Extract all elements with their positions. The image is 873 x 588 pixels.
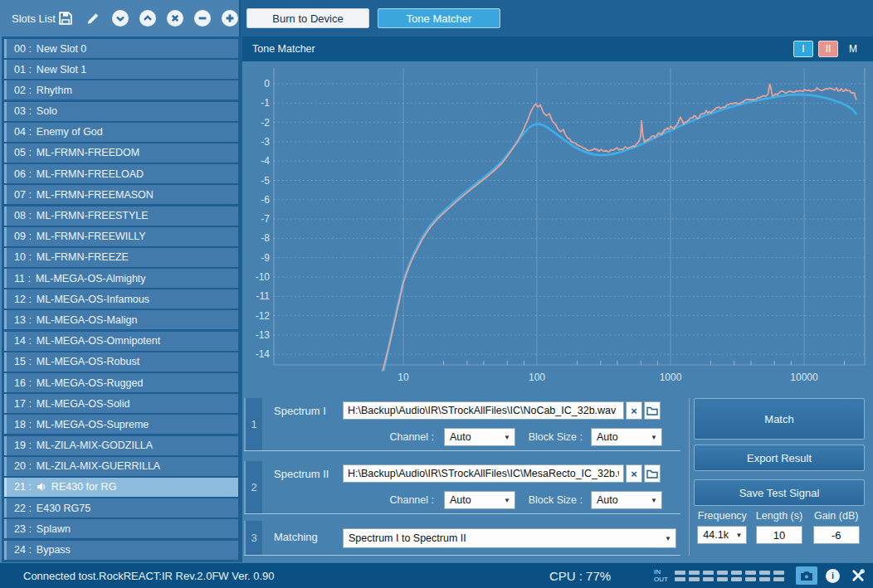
- info-button[interactable]: i: [826, 569, 840, 583]
- slot-item-13[interactable]: 13 :ML-MEGA-OS-Malign: [4, 310, 238, 329]
- matching-mode-select[interactable]: Spectrum I to Spectrum II ▼: [343, 528, 676, 548]
- slot-item-22[interactable]: 22 :E430 RG75: [4, 498, 238, 518]
- svg-text:100: 100: [529, 372, 545, 383]
- slot-number: 21 :: [14, 478, 32, 496]
- matcher-controls: 1 Spectrum I × Channel : Auto ▼ Bl: [242, 393, 873, 562]
- slot-name: Rhythm: [37, 81, 72, 100]
- slot-item-12[interactable]: 12 :ML-MEGA-OS-Infamous: [4, 289, 238, 309]
- move-slot-up-button[interactable]: [138, 8, 158, 28]
- slot-item-18[interactable]: 18 :ML-MEGA-OS-Supreme: [4, 415, 238, 434]
- slot-item-02[interactable]: 02 :Rhythm: [4, 80, 238, 100]
- slot-number: 20 :: [14, 457, 32, 475]
- chevron-down-icon: ▼: [731, 532, 746, 539]
- meter-segment: [745, 571, 756, 575]
- spectrum-1-channel-value: Auto: [445, 431, 500, 443]
- edit-slot-button[interactable]: [83, 8, 103, 28]
- slot-name: ML-ZILA-MIX-GODZILLA: [37, 436, 153, 454]
- slot-item-19[interactable]: 19 :ML-ZILA-MIX-GODZILLA: [4, 436, 238, 455]
- slot-item-03[interactable]: 03 :Solo: [4, 102, 238, 121]
- slot-item-24[interactable]: 24 :Bypass: [4, 541, 238, 560]
- gain-label: Gain (dB): [807, 510, 865, 522]
- move-slot-down-button[interactable]: [110, 8, 130, 28]
- spectrum-2-clear-button[interactable]: ×: [626, 464, 642, 483]
- slot-item-20[interactable]: 20 :ML-ZILA-MIX-GUERRILLA: [4, 457, 238, 476]
- tools-icon: [851, 568, 866, 583]
- firmware-version: FW Ver. 0.90: [212, 570, 274, 582]
- slot-item-09[interactable]: 09 :ML-FRMN-FREEWILLY: [4, 227, 238, 246]
- slot-name: ML-FRMN-FREEWILLY: [37, 227, 146, 245]
- slot-name: E430 RG75: [37, 499, 90, 518]
- match-button[interactable]: Match: [694, 398, 865, 440]
- slots-list-title: Slots List: [12, 12, 56, 25]
- show-spectrum-1-button[interactable]: I: [793, 41, 813, 57]
- slot-item-10[interactable]: 10 :ML-FRMN-FREEZE: [4, 248, 238, 267]
- settings-button[interactable]: [850, 567, 866, 584]
- slot-name: Bypass: [37, 541, 71, 559]
- remove-slot-button[interactable]: [193, 8, 212, 28]
- slot-item-16[interactable]: 16 :ML-MEGA-OS-Rugged: [4, 373, 238, 392]
- spectrum-1-path-input[interactable]: [343, 401, 624, 420]
- show-match-button[interactable]: M: [843, 41, 863, 57]
- slot-item-15[interactable]: 15 :ML-MEGA-OS-Robust: [4, 352, 238, 372]
- add-slot-button[interactable]: [220, 8, 240, 28]
- status-right: CPU : 77% IN OUT i: [549, 566, 866, 585]
- gain-input[interactable]: [813, 526, 860, 544]
- spectrum-1-channel-label: Channel :: [351, 428, 434, 446]
- save-slots-button[interactable]: [56, 8, 76, 28]
- spectrum-visibility-buttons: I II M: [793, 41, 863, 57]
- spectrum-1-row: 1 Spectrum I × Channel : Auto ▼ Bl: [244, 398, 680, 451]
- tone-matcher-button[interactable]: Tone Matcher: [378, 8, 500, 28]
- meter-segment: [689, 577, 700, 581]
- slot-item-21[interactable]: 21 :RE430 for RG: [4, 478, 238, 497]
- slot-item-07[interactable]: 07 :ML-FRMN-FREEMASON: [4, 185, 238, 204]
- slot-item-11[interactable]: 11 :ML-MEGA-OS-Almighty: [4, 269, 238, 288]
- io-labels: IN OUT: [654, 568, 668, 583]
- frequency-select[interactable]: 44.1k ▼: [697, 526, 747, 544]
- speaker-icon: [37, 482, 46, 492]
- matching-row: 3 Matching Spectrum I to Spectrum II ▼: [244, 521, 680, 556]
- slot-number: 07 :: [14, 186, 32, 204]
- spectrum-2-blocksize-select[interactable]: Auto ▼: [591, 491, 662, 509]
- meter-segment: [759, 577, 770, 581]
- slots-list-header: Slots List: [0, 0, 241, 36]
- slot-number: 24 :: [14, 541, 32, 559]
- connection-status: Connected to st.Rock REACT:IR Rev.2.0 FW…: [23, 570, 275, 582]
- save-test-signal-button[interactable]: Save Test Signal: [694, 479, 865, 506]
- slot-item-06[interactable]: 06 :ML-FRMN-FREELOAD: [4, 164, 238, 183]
- meter-segment: [731, 577, 742, 581]
- slot-item-01[interactable]: 01 :New Slot 1: [4, 60, 238, 79]
- slot-name: ML-MEGA-OS-Robust: [37, 352, 139, 371]
- show-spectrum-2-button[interactable]: II: [818, 41, 838, 57]
- slot-item-17[interactable]: 17 :ML-MEGA-OS-Solid: [4, 394, 238, 413]
- edit-icon: [85, 10, 101, 27]
- spectrum-1-clear-button[interactable]: ×: [626, 401, 642, 420]
- chevron-down-icon: ▼: [661, 535, 675, 542]
- spectrum-1-blocksize-select[interactable]: Auto ▼: [591, 428, 662, 446]
- delete-slot-button[interactable]: [165, 8, 185, 28]
- spectrum-2-browse-button[interactable]: [644, 464, 661, 483]
- slot-number: 12 :: [14, 290, 32, 309]
- export-result-button[interactable]: Export Result: [694, 445, 865, 471]
- length-input[interactable]: [756, 526, 802, 544]
- spectrum-2-path-input[interactable]: [343, 464, 624, 483]
- slot-item-05[interactable]: 05 :ML-FRMN-FREEDOM: [4, 143, 238, 163]
- slot-item-08[interactable]: 08 :ML-FRMN-FREESTYLE: [4, 207, 238, 226]
- signal-field-labels: Frequency Length (s) Gain (dB): [694, 510, 865, 522]
- delete-icon: [166, 9, 184, 27]
- slot-item-00[interactable]: 00 :New Slot 0: [4, 39, 238, 58]
- matching-mode-value: Spectrum I to Spectrum II: [344, 532, 661, 544]
- slot-name: ML-FRMN-FREEMASON: [37, 186, 154, 204]
- burn-to-device-button[interactable]: Burn to Device: [246, 8, 369, 28]
- slot-number: 16 :: [14, 374, 32, 392]
- clear-icon: ×: [631, 405, 637, 417]
- screenshot-button[interactable]: [796, 566, 817, 585]
- slot-name: ML-MEGA-OS-Omnipotent: [37, 332, 160, 350]
- svg-text:-13: -13: [256, 329, 271, 341]
- slot-item-04[interactable]: 04 :Enemy of God: [4, 123, 238, 142]
- spectrum-1-browse-button[interactable]: [644, 401, 661, 420]
- frequency-label: Frequency: [694, 510, 751, 522]
- in-label: IN: [654, 568, 668, 576]
- slot-number: 02 :: [14, 81, 32, 100]
- slot-item-14[interactable]: 14 :ML-MEGA-OS-Omnipotent: [4, 332, 238, 351]
- slot-item-23[interactable]: 23 :Splawn: [4, 519, 238, 538]
